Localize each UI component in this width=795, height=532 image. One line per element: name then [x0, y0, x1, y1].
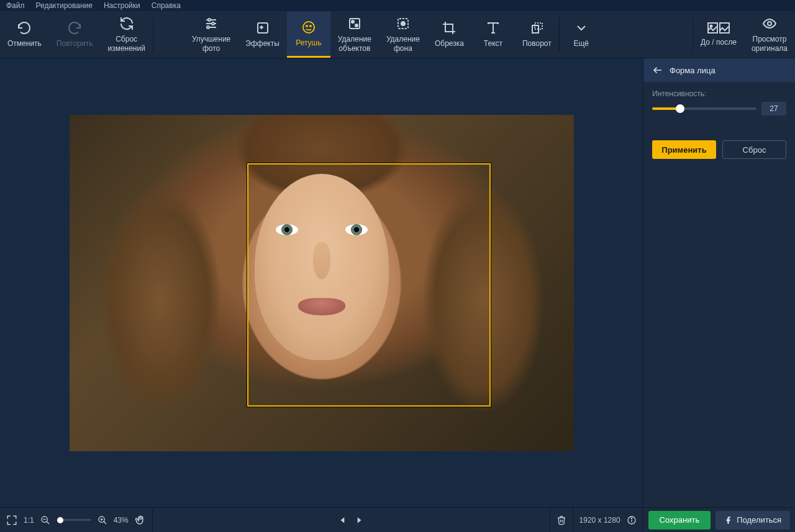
redo-icon: [67, 20, 82, 35]
svg-rect-10: [350, 19, 360, 29]
remove-bg-button[interactable]: Удаление фона: [379, 11, 427, 58]
next-image-button[interactable]: [355, 516, 363, 525]
text-label: Текст: [484, 39, 502, 48]
redo-button[interactable]: Повторить: [49, 11, 101, 58]
info-button[interactable]: [627, 515, 637, 525]
menu-settings[interactable]: Настройки: [104, 1, 140, 10]
intensity-slider[interactable]: [652, 107, 756, 110]
text-icon: [486, 20, 501, 35]
pan-button[interactable]: [135, 515, 146, 526]
prev-image-button[interactable]: [338, 516, 347, 525]
side-panel: Форма лица Интенсивность: 27 Применить С…: [643, 58, 795, 507]
svg-point-21: [710, 25, 712, 27]
rotate-button[interactable]: Поворот: [515, 11, 559, 58]
chevron-down-icon: [574, 20, 589, 35]
zoom-slider-thumb[interactable]: [57, 517, 63, 523]
save-button[interactable]: Сохранить: [648, 511, 711, 530]
effects-button[interactable]: Эффекты: [238, 11, 287, 58]
menu-bar: Файл Редактирование Настройки Справка: [0, 0, 795, 11]
zoom-out-icon: [40, 515, 50, 525]
apply-button[interactable]: Применить: [652, 140, 716, 159]
svg-point-7: [303, 22, 314, 33]
panel-reset-button[interactable]: Сброс: [722, 140, 786, 159]
info-icon: [627, 515, 637, 525]
panel-title: Форма лица: [670, 66, 716, 75]
intensity-label: Интенсивность:: [652, 89, 786, 98]
enhance-button[interactable]: Улучшение фото: [184, 11, 238, 58]
zoom-in-button[interactable]: [98, 515, 107, 525]
facebook-icon: [724, 516, 733, 525]
undo-button[interactable]: Отменить: [0, 11, 49, 58]
enhance-label: Улучшение фото: [192, 35, 230, 53]
svg-point-9: [310, 25, 311, 27]
zoom-slider[interactable]: [57, 519, 91, 521]
fullscreen-button[interactable]: [6, 515, 17, 526]
image-dimensions: 1920 x 1280: [579, 516, 620, 525]
back-arrow-icon[interactable]: [652, 65, 663, 76]
undo-icon: [17, 20, 32, 35]
sparkle-icon: [255, 20, 270, 35]
remove-objects-button[interactable]: Удаление объектов: [330, 11, 379, 58]
workspace: Форма лица Интенсивность: 27 Применить С…: [0, 58, 795, 507]
status-bar: 1:1 43% 1920 x 1280 Сохранить: [0, 507, 795, 532]
pan-hand-icon: [135, 515, 146, 526]
triangle-left-icon: [338, 516, 347, 525]
view-original-button[interactable]: Просмотр оригинала: [744, 11, 795, 58]
intensity-value[interactable]: 27: [761, 102, 786, 115]
svg-line-28: [104, 521, 106, 524]
trash-icon: [556, 515, 566, 525]
remove-bg-label: Удаление фона: [386, 35, 420, 53]
fullscreen-icon: [6, 515, 17, 526]
zoom-in-icon: [98, 515, 107, 525]
share-label: Поделиться: [737, 515, 781, 525]
rotate-label: Поворот: [522, 39, 552, 48]
zoom-percent: 43%: [114, 516, 129, 525]
erase-bg-icon: [396, 16, 411, 31]
menu-help[interactable]: Справка: [152, 1, 181, 10]
main-toolbar: Отменить Повторить Сброс изменений Улучш…: [0, 11, 795, 58]
photo-preview: [70, 115, 574, 451]
retouch-label: Ретушь: [296, 38, 321, 47]
reset-icon: [119, 16, 134, 31]
svg-point-12: [355, 24, 358, 27]
svg-point-14: [401, 22, 405, 25]
more-label: Ещё: [573, 39, 589, 48]
crop-button[interactable]: Обрезка: [427, 11, 471, 58]
menu-edit[interactable]: Редактирование: [36, 1, 93, 10]
view-original-label: Просмотр оригинала: [752, 35, 788, 53]
crop-label: Обрезка: [435, 39, 464, 48]
face-icon: [301, 20, 316, 35]
panel-header[interactable]: Форма лица: [643, 58, 795, 82]
svg-point-8: [306, 25, 307, 27]
undo-label: Отменить: [7, 39, 42, 48]
svg-point-11: [352, 20, 354, 23]
eye-icon: [762, 16, 777, 31]
rotate-icon: [529, 20, 544, 35]
reset-label: Сброс изменений: [107, 35, 145, 53]
more-button[interactable]: Ещё: [560, 11, 603, 58]
before-after-button[interactable]: До / после: [693, 11, 744, 58]
menu-file[interactable]: Файл: [6, 1, 25, 10]
svg-marker-31: [341, 517, 345, 523]
svg-point-22: [768, 22, 771, 25]
share-button[interactable]: Поделиться: [716, 511, 790, 530]
before-after-label: До / после: [701, 38, 737, 47]
erase-objects-icon: [347, 16, 362, 31]
crop-icon: [442, 20, 457, 35]
reset-changes-button[interactable]: Сброс изменений: [100, 11, 152, 58]
intensity-slider-thumb[interactable]: [676, 104, 684, 113]
zoom-out-button[interactable]: [40, 515, 50, 525]
effects-label: Эффекты: [245, 39, 279, 48]
svg-point-1: [208, 19, 211, 21]
compare-icon: [707, 22, 730, 34]
text-button[interactable]: Текст: [471, 11, 515, 58]
triangle-right-icon: [355, 516, 363, 525]
delete-button[interactable]: [556, 515, 566, 525]
retouch-button[interactable]: Ретушь: [287, 11, 330, 58]
svg-line-25: [47, 521, 49, 524]
canvas-area[interactable]: [0, 58, 643, 507]
ratio-label[interactable]: 1:1: [24, 516, 34, 525]
svg-point-5: [207, 26, 209, 29]
svg-point-35: [631, 518, 632, 518]
svg-marker-32: [358, 517, 361, 523]
